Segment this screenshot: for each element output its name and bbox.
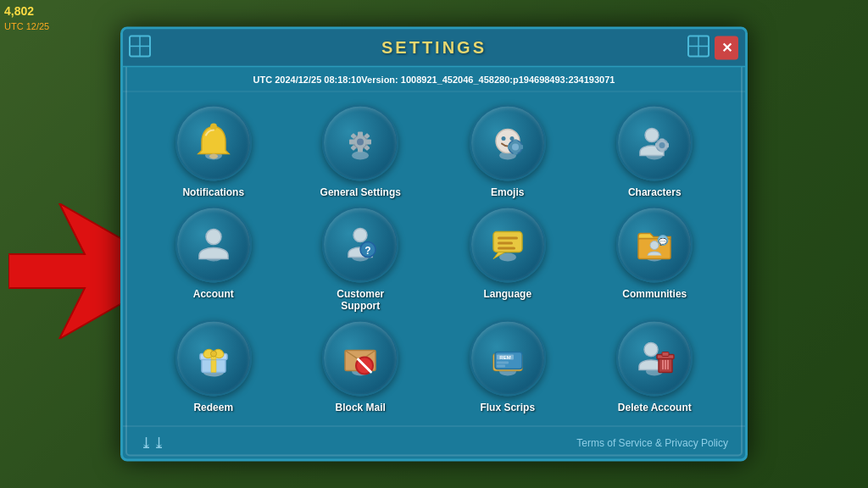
svg-point-63 [210,351,216,357]
modal-header: SETTINGS ✕ [123,30,745,68]
account-icon-circle [175,207,252,283]
svg-rect-28 [513,152,517,155]
emojis-icon-circle [470,105,546,181]
characters-label: Characters [628,186,682,198]
svg-rect-74 [497,362,509,364]
svg-rect-15 [349,140,354,145]
svg-text:💬: 💬 [659,237,667,246]
terms-link[interactable]: Terms of Service & Privacy Policy [576,437,728,449]
svg-text:?: ? [365,245,371,257]
svg-point-53 [650,241,659,250]
language-label: Language [483,288,531,300]
delete-account-icon [632,336,677,381]
corner-decoration-left [127,34,153,59]
characters-icon [632,120,677,166]
redeem-icon [191,336,236,381]
setting-item-notifications[interactable]: Notifications [144,105,283,198]
notifications-icon [191,120,236,166]
account-label: Account [193,288,234,300]
version-number: 1008921_452046_458280:p194698493:2341930… [401,75,615,85]
language-icon [485,222,531,268]
svg-rect-37 [655,143,659,147]
setting-item-delete-account[interactable]: Delete Account [586,320,725,413]
svg-point-9 [209,154,218,159]
block-mail-label: Block Mail [336,402,386,413]
settings-modal: SETTINGS ✕ UTC 2024/12/25 08:18:10Versio… [120,27,748,462]
version-prefix: UTC 2024/12/25 08:18:10Version: [253,75,401,85]
modal-footer: ⤓⤓ Terms of Service & Privacy Policy [123,426,745,459]
svg-rect-30 [520,145,523,149]
svg-point-23 [501,136,505,141]
svg-rect-49 [498,242,513,245]
block-mail-icon-circle [322,320,398,396]
settings-grid: Notifications [123,92,745,426]
svg-point-32 [645,129,659,142]
flux-scrips-icon: REM [485,336,531,381]
setting-item-general[interactable]: General Settings [292,105,431,198]
svg-rect-14 [358,147,363,152]
communities-icon-circle: 💬 [616,207,693,283]
svg-point-34 [659,142,665,148]
svg-rect-35 [660,139,665,142]
redeem-label: Redeem [193,402,233,413]
svg-rect-38 [665,143,669,147]
characters-icon-circle [616,105,693,181]
account-icon [191,222,236,268]
svg-point-40 [206,230,221,245]
coin-count: 4,802 [4,4,34,18]
close-button[interactable]: ✕ [715,36,738,59]
block-mail-icon [337,336,383,381]
svg-point-10 [352,152,369,160]
flux-scrips-label: Flux Scrips [480,402,535,413]
language-icon-circle [470,207,546,283]
general-settings-icon [337,120,383,166]
svg-rect-36 [660,149,665,152]
modal-title: SETTINGS [381,38,487,58]
svg-rect-13 [358,132,363,137]
scroll-down-icon[interactable]: ⤓⤓ [140,434,165,452]
setting-item-customer-support[interactable]: ? Customer Support [292,207,431,312]
svg-point-42 [353,229,367,242]
svg-rect-50 [498,247,515,250]
customer-support-label: Customer Support [337,288,384,312]
svg-point-8 [210,124,217,130]
setting-item-redeem[interactable]: Redeem [144,320,283,413]
vip-badge: UTC 12/25 [4,21,49,31]
svg-rect-27 [513,140,517,143]
setting-item-language[interactable]: Language [438,207,577,312]
corner-decoration-right [686,34,711,59]
communities-icon: 💬 [632,222,677,268]
svg-point-26 [512,144,519,151]
version-info: UTC 2024/12/25 08:18:10Version: 1008921_… [123,68,745,92]
setting-item-characters[interactable]: Characters [586,105,725,198]
svg-text:REM: REM [499,355,510,360]
delete-account-label: Delete Account [618,402,692,413]
setting-item-account[interactable]: Account [144,207,283,312]
svg-rect-75 [497,365,505,368]
communities-label: Communities [622,288,687,300]
emojis-icon [485,120,531,166]
redeem-icon-circle [175,320,252,396]
svg-point-12 [357,139,364,146]
notifications-icon-circle [175,105,252,181]
svg-rect-29 [508,145,511,149]
customer-support-icon: ? [337,222,383,268]
setting-item-block-mail[interactable]: Block Mail [292,320,431,413]
notifications-label: Notifications [182,186,244,198]
general-settings-icon-circle [322,105,398,181]
svg-rect-80 [662,352,669,357]
setting-item-emojis[interactable]: Emojis [438,105,577,198]
setting-item-communities[interactable]: 💬 Communities [586,207,725,312]
svg-rect-48 [498,237,518,240]
svg-point-77 [644,343,658,357]
flux-scrips-icon-circle: REM [470,320,546,396]
general-settings-label: General Settings [320,186,401,198]
customer-support-icon-circle: ? [322,207,398,283]
setting-item-flux-scrips[interactable]: REM Flux Scrips [438,320,577,413]
svg-rect-16 [366,140,371,145]
delete-account-icon-circle [616,320,693,396]
emojis-label: Emojis [491,186,524,198]
